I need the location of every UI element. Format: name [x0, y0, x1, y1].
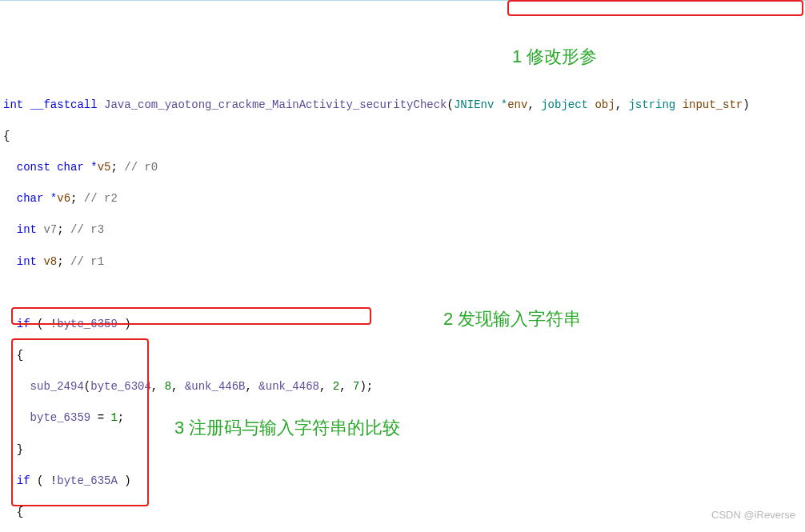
loop-highlight-box [11, 338, 149, 506]
signature-line: int __fastcall Java_com_yaotong_crackme_… [3, 98, 802, 114]
getstring-highlight-box [11, 307, 371, 325]
annotation-params: 1 修改形参 [512, 45, 597, 70]
param-highlight-box [507, 0, 803, 16]
annotation-compare: 3 注册码与输入字符串的比较 [174, 416, 400, 441]
watermark: CSDN @iReverse [711, 508, 795, 522]
annotation-input-string: 2 发现输入字符串 [443, 307, 581, 332]
